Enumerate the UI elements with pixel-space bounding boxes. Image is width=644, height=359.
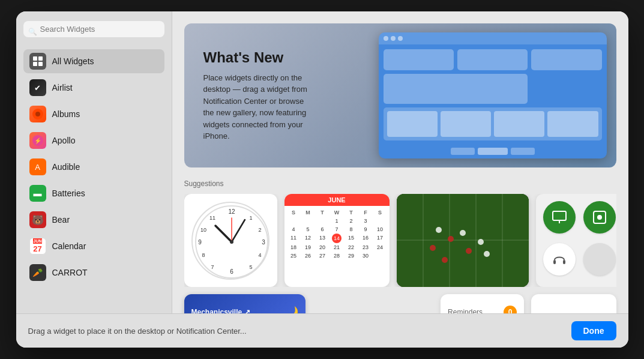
whats-new-banner: What's New Place widgets directly on the… <box>184 23 616 167</box>
svg-point-32 <box>460 230 466 236</box>
sidebar-item-label: Batteries <box>52 189 85 198</box>
svg-point-39 <box>597 215 602 220</box>
partial-widget <box>531 294 616 313</box>
sidebar-item-carrot[interactable]: 🥕 CARROT <box>23 261 164 285</box>
control-btn-monitor[interactable] <box>543 201 576 234</box>
suggestions-label: Suggestions <box>184 180 616 188</box>
svg-text:1: 1 <box>249 215 252 221</box>
calendar-days-row: S M T W T F S <box>287 208 387 217</box>
reminders-widget[interactable]: Reminders 0 <box>441 294 524 313</box>
svg-text:10: 10 <box>200 227 206 233</box>
apollo-icon: ⚡ <box>29 132 46 149</box>
batteries-icon: ▬ <box>29 185 46 202</box>
suggestions-row: 12 3 6 9 1 2 4 <box>184 194 616 287</box>
control-btn-screen[interactable] <box>583 201 616 234</box>
svg-point-27 <box>430 245 436 251</box>
done-button[interactable]: Done <box>571 321 616 340</box>
sidebar-item-all-widgets[interactable]: All Widgets <box>23 49 164 73</box>
weather-widget[interactable]: Mechanicsville ↗ 🌙 <box>184 294 306 313</box>
svg-text:4: 4 <box>258 252 261 258</box>
sidebar-item-label: All Widgets <box>52 56 94 66</box>
bear-icon: 🐻 <box>29 211 46 228</box>
suggestions-row-2: Mechanicsville ↗ 🌙 Reminders 0 <box>184 294 616 313</box>
sidebar-item-calendar[interactable]: JUN 27 Calendar <box>23 234 164 258</box>
sidebar-item-label: Audible <box>52 162 80 172</box>
whats-new-text: What's New Place widgets directly on the… <box>184 35 328 157</box>
calendar-widget[interactable]: JUNE S M T W T F S - - <box>284 194 390 287</box>
calendar-icon: JUN 27 <box>29 238 46 255</box>
svg-rect-21 <box>397 194 529 287</box>
weather-location: Mechanicsville ↗ <box>191 308 250 313</box>
svg-point-29 <box>466 248 472 254</box>
sports-widget-bottom <box>313 294 433 313</box>
controls-widget[interactable] <box>536 194 616 287</box>
svg-point-33 <box>484 251 490 257</box>
whats-new-description: Place widgets directly on the desktop — … <box>203 72 309 142</box>
sidebar-item-label: CARROT <box>52 268 88 277</box>
svg-text:9: 9 <box>198 239 202 246</box>
sidebar-item-label: Airlist <box>52 83 73 92</box>
sidebar-item-bear[interactable]: 🐻 Bear <box>23 208 164 232</box>
albums-icon <box>29 106 46 122</box>
clock-face: 12 3 6 9 1 2 4 <box>191 202 269 280</box>
svg-point-30 <box>442 257 448 263</box>
sidebar-item-apollo[interactable]: ⚡ Apollo <box>23 128 164 152</box>
whats-new-title: What's New <box>203 49 309 66</box>
svg-rect-35 <box>553 211 566 220</box>
sports-background <box>397 194 529 287</box>
svg-point-20 <box>230 240 233 244</box>
bottom-bar: Drag a widget to place it on the desktop… <box>16 313 628 348</box>
sidebar-item-label: Calendar <box>52 241 86 251</box>
sidebar-item-batteries[interactable]: ▬ Batteries <box>23 181 164 205</box>
svg-point-34 <box>436 227 442 233</box>
svg-text:12: 12 <box>228 208 235 215</box>
calendar-grid: S M T W T F S - - - 1 <box>284 206 390 262</box>
mockup-titlebar <box>379 32 607 44</box>
dialog-content: 🔍 All Widgets ✔ Airlist <box>16 11 628 313</box>
grid-icon <box>33 56 43 66</box>
sidebar-item-albums[interactable]: Albums <box>23 102 164 126</box>
sidebar: 🔍 All Widgets ✔ Airlist <box>16 11 172 313</box>
svg-text:8: 8 <box>202 252 205 258</box>
svg-rect-41 <box>563 260 565 264</box>
svg-point-31 <box>478 239 484 245</box>
svg-text:5: 5 <box>249 264 252 270</box>
sidebar-item-airlist[interactable]: ✔ Airlist <box>23 76 164 100</box>
reminders-label: Reminders <box>448 308 483 313</box>
calendar-month-header: JUNE <box>284 194 390 206</box>
weather-moon-icon: 🌙 <box>285 306 298 313</box>
sidebar-item-label: Apollo <box>52 136 76 145</box>
widget-gallery-dialog: 🔍 All Widgets ✔ Airlist <box>16 11 628 348</box>
svg-point-28 <box>448 236 454 242</box>
search-wrapper: 🔍 <box>23 21 164 42</box>
svg-text:6: 6 <box>230 268 233 275</box>
desktop-mockup <box>379 32 607 158</box>
svg-rect-40 <box>553 260 556 264</box>
svg-text:3: 3 <box>262 239 265 246</box>
search-input[interactable] <box>23 21 164 37</box>
svg-text:11: 11 <box>209 215 215 221</box>
whats-new-image <box>328 23 616 167</box>
svg-point-1 <box>35 112 40 116</box>
airlist-icon: ✔ <box>29 79 46 96</box>
bottom-instruction: Drag a widget to place it on the desktop… <box>28 327 247 336</box>
carrot-icon: 🥕 <box>29 264 46 281</box>
sports-widget[interactable] <box>397 194 529 287</box>
reminders-count: 0 <box>504 306 517 313</box>
svg-text:7: 7 <box>211 264 214 270</box>
all-widgets-icon <box>29 53 46 70</box>
control-btn-empty <box>583 243 616 276</box>
main-content: What's New Place widgets directly on the… <box>172 11 628 313</box>
sidebar-item-label: Albums <box>52 109 80 119</box>
svg-text:⚡: ⚡ <box>34 137 42 145</box>
clock-widget[interactable]: 12 3 6 9 1 2 4 <box>184 194 277 287</box>
svg-text:2: 2 <box>258 227 261 233</box>
sidebar-item-label: Bear <box>52 215 70 225</box>
sidebar-item-audible[interactable]: A Audible <box>23 155 164 179</box>
audible-icon: A <box>29 158 46 175</box>
control-btn-headphones[interactable] <box>543 243 576 276</box>
